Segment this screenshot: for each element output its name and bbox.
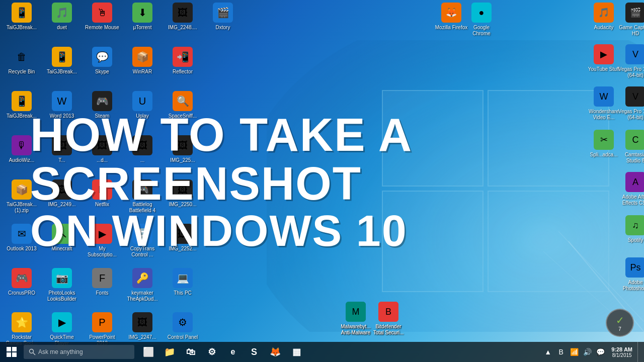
desktop-icon-audacity[interactable]: 🎵Audacity (586, 3, 621, 31)
youtube-stuff-label: YouTube Stuff (588, 66, 619, 72)
tray-icon-volume-tray[interactable]: 🔊 (581, 342, 593, 362)
youtube-stuff-icon: ▶ (594, 44, 614, 64)
search-icon (29, 348, 36, 355)
taskbar-icon-store[interactable]: 🛍 (181, 342, 201, 362)
video-title-line1: HOW TO TAKE A SCREENSHOT (30, 111, 644, 208)
pinned-icon-malwarebytes[interactable]: MMalwarebyt...Anti-Malware (338, 302, 373, 336)
audacity-icon: 🎵 (594, 3, 614, 23)
mozilla-firefox-icon: 🦊 (441, 3, 461, 23)
clock-time: 9:28 AM (611, 346, 632, 352)
svg-rect-14 (7, 352, 11, 357)
photoshop-icon: Ps (625, 257, 644, 278)
taskbar-icon-skype-task[interactable]: S (244, 342, 264, 362)
taskbar-icon-firefox-task[interactable]: 🦊 (265, 342, 285, 362)
photoshop-label: Adobe Photosho... (618, 280, 644, 292)
google-chrome-icon: ● (471, 3, 492, 23)
tray-icon-tray-up[interactable]: ▲ (542, 342, 554, 362)
taskbar-icon-settings[interactable]: ⚙ (202, 342, 222, 362)
search-bar[interactable]: Ask me anything (24, 345, 134, 359)
windows-logo-icon (7, 347, 17, 357)
clock-date: 8/1/2015 (611, 352, 632, 358)
taskbar-icon-task-mgr[interactable]: ▦ (286, 342, 306, 362)
audacity-label: Audacity (594, 25, 613, 31)
taskbar-pinned-icons: ⬜📁🛍⚙eS🦊▦ (138, 342, 306, 362)
notification-circle[interactable]: ✓ 7 (606, 309, 634, 337)
svg-rect-13 (12, 347, 17, 351)
notification-number: 7 (618, 326, 621, 332)
google-chrome-label: Google Chrome (464, 25, 499, 37)
taskbar: Ask me anything ⬜📁🛍⚙eS🦊▦ ▲B📶🔊💬 9:28 AM 8… (0, 342, 644, 362)
wondershare-icon: W (594, 86, 614, 107)
search-placeholder: Ask me anything (38, 348, 83, 355)
video-title-line2: ON WINDOWS 10 (30, 208, 644, 254)
svg-point-16 (30, 349, 34, 353)
desktop-icon-game-capture[interactable]: 🎬Game Capture HD (618, 3, 644, 37)
check-icon: ✓ (616, 314, 624, 326)
system-tray: ▲B📶🔊💬 9:28 AM 8/1/2015 (542, 342, 644, 362)
malwarebytes-label: Malwarebyt...Anti-Malware (341, 324, 370, 336)
taskbar-icon-task-view[interactable]: ⬜ (138, 342, 158, 362)
bitdefender-label: BitdefenderTotal Securi... (373, 324, 404, 336)
video-title: HOW TO TAKE A SCREENSHOT ON WINDOWS 10 (30, 111, 644, 254)
vegas-pro2-icon: V (625, 86, 644, 107)
vegas-pro-64-icon: V (625, 44, 644, 64)
desktop-icon-photoshop[interactable]: PsAdobe Photosho... (618, 257, 644, 292)
vegas-pro-64-label: Vegas Pro 13.0 (64-bit) (618, 66, 644, 78)
taskbar-clock[interactable]: 9:28 AM 8/1/2015 (607, 346, 636, 358)
taskbar-icon-edge[interactable]: e (223, 342, 243, 362)
game-capture-label: Game Capture HD (618, 25, 644, 37)
show-desktop-button[interactable] (637, 342, 641, 362)
desktop-icon-vegas-pro-64[interactable]: VVegas Pro 13.0 (64-bit) (618, 44, 644, 78)
desktop-icon-youtube-stuff[interactable]: ▶YouTube Stuff (586, 44, 621, 72)
svg-line-17 (33, 353, 36, 355)
mozilla-firefox-label: Mozilla Firefox (435, 25, 467, 31)
tray-icon-network-tray[interactable]: 📶 (568, 342, 580, 362)
pinned-icon-bitdefender[interactable]: BBitdefenderTotal Securi... (371, 302, 406, 336)
svg-rect-12 (7, 347, 11, 351)
tray-icon-bitdefender-tray[interactable]: B (555, 342, 567, 362)
malwarebytes-icon: M (346, 302, 366, 322)
bitdefender-icon: B (378, 302, 398, 322)
pinned-taskbar-area: ●Malwarebyt... Anti-Malware●Bitdefender … (0, 302, 644, 342)
tray-icon-notif-tray[interactable]: 💬 (594, 342, 606, 362)
svg-rect-15 (12, 352, 17, 357)
start-button[interactable] (0, 342, 23, 362)
taskbar-icon-file-explorer[interactable]: 📁 (159, 342, 180, 362)
desktop-icon-google-chrome[interactable]: ●Google Chrome (464, 3, 499, 37)
game-capture-icon: 🎬 (625, 3, 644, 23)
